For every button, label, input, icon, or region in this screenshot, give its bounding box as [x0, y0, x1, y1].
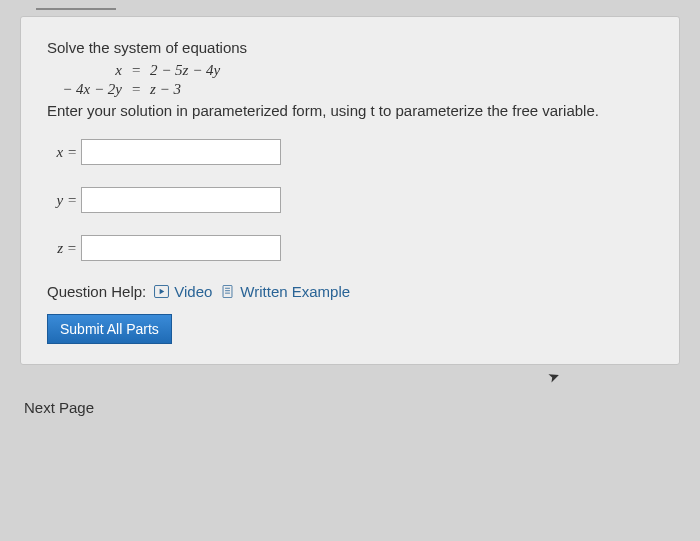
answer-label-x: x =: [47, 144, 81, 161]
svg-rect-2: [223, 285, 232, 297]
equation-1: x = 2 − 5z − 4y: [47, 62, 653, 79]
answer-input-y[interactable]: [81, 187, 281, 213]
equation-2-rhs: z − 3: [150, 81, 181, 98]
question-prompt: Solve the system of equations: [47, 39, 653, 56]
equation-1-eq: =: [132, 62, 150, 79]
equation-2: − 4x − 2y = z − 3: [47, 81, 653, 98]
document-icon: [220, 285, 235, 298]
answer-input-x[interactable]: [81, 139, 281, 165]
video-icon: [154, 285, 169, 298]
answer-row-x: x =: [47, 139, 653, 165]
question-help-row: Question Help: Video Written Example: [47, 283, 653, 300]
help-video-link[interactable]: Video: [154, 283, 212, 300]
question-help-label: Question Help:: [47, 283, 146, 300]
equation-2-eq: =: [132, 81, 150, 98]
answer-input-z[interactable]: [81, 235, 281, 261]
help-written-link[interactable]: Written Example: [220, 283, 350, 300]
toolbar-fragment: [36, 8, 116, 10]
equation-1-lhs: x: [47, 62, 132, 79]
equation-1-rhs: 2 − 5z − 4y: [150, 62, 220, 79]
question-card: Solve the system of equations x = 2 − 5z…: [20, 16, 680, 365]
answer-label-y: y =: [47, 192, 81, 209]
question-instruction: Enter your solution in parameterized for…: [47, 102, 653, 119]
submit-button[interactable]: Submit All Parts: [47, 314, 172, 344]
answer-row-z: z =: [47, 235, 653, 261]
next-page-button[interactable]: Next Page: [22, 395, 96, 420]
answer-label-z: z =: [47, 240, 81, 257]
equation-2-lhs: − 4x − 2y: [47, 81, 132, 98]
svg-marker-1: [160, 289, 165, 295]
help-written-label: Written Example: [240, 283, 350, 300]
next-page-row: Next Page: [20, 395, 680, 420]
answer-row-y: y =: [47, 187, 653, 213]
help-video-label: Video: [174, 283, 212, 300]
